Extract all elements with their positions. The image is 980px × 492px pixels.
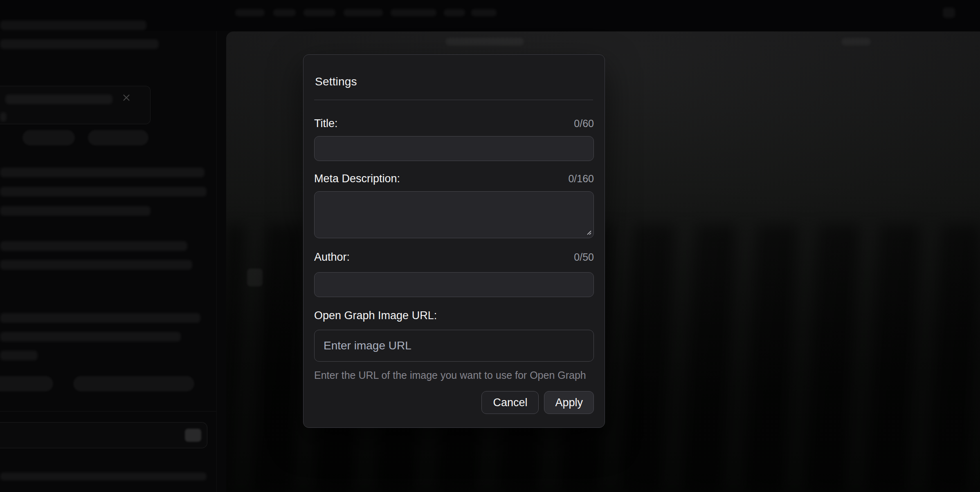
meta-description-textarea[interactable] — [314, 191, 594, 238]
dimmed-text-line — [0, 260, 192, 270]
dimmed-toolbar-item — [303, 9, 335, 16]
dimmed-attachment-card — [0, 86, 151, 124]
title-field-row: Title: 0/60 — [314, 116, 594, 130]
cancel-button[interactable]: Cancel — [481, 391, 539, 414]
app-screen: { "dialog": { "title": "Settings", "fiel… — [0, 0, 980, 492]
meta-description-label: Meta Description: — [314, 172, 400, 186]
dialog-header-divider — [314, 100, 593, 100]
dimmed-close-icon — [122, 94, 130, 102]
dimmed-text-line — [0, 313, 200, 323]
dimmed-toolbar-item — [273, 9, 296, 16]
dimmed-text-line — [0, 472, 207, 481]
dimmed-feedback-button — [0, 376, 53, 391]
dimmed-text-line — [0, 332, 181, 342]
dialog-actions: Cancel Apply — [314, 391, 594, 414]
dimmed-panel-divider — [216, 31, 217, 492]
dimmed-send-button — [185, 429, 201, 442]
dimmed-text-line — [0, 187, 207, 197]
title-char-counter: 0/60 — [574, 118, 594, 130]
dimmed-text-line — [0, 20, 146, 30]
dimmed-top-toolbar — [0, 0, 980, 31]
meta-description-char-counter: 0/160 — [568, 173, 594, 185]
dimmed-retouch-button — [22, 130, 75, 145]
meta-description-field-row: Meta Description: 0/160 — [314, 172, 594, 186]
og-image-label: Open Graph Image URL: — [314, 309, 437, 322]
title-input[interactable] — [314, 136, 594, 161]
dimmed-text-line — [0, 241, 187, 251]
dimmed-text-line — [0, 112, 7, 122]
dimmed-toolbar-item — [391, 9, 436, 16]
dimmed-toolbar-item — [235, 9, 265, 16]
textarea-resize-handle-icon[interactable] — [584, 228, 592, 235]
dimmed-settings-icon — [943, 7, 955, 18]
apply-button[interactable]: Apply — [544, 391, 594, 414]
dimmed-text-line — [0, 206, 151, 216]
author-label: Author: — [314, 250, 350, 264]
og-image-helper-text: Enter the URL of the image you want to u… — [314, 369, 594, 381]
author-field-row: Author: 0/50 — [314, 250, 594, 264]
settings-dialog: Settings Title: 0/60 Meta Description: 0… — [303, 54, 605, 428]
dimmed-text-line — [0, 39, 159, 49]
dimmed-toolbar-item — [444, 9, 465, 16]
author-char-counter: 0/50 — [574, 251, 594, 263]
dimmed-text-line — [0, 168, 205, 177]
dimmed-preview-button — [88, 130, 148, 145]
dimmed-text-line — [0, 351, 38, 360]
dimmed-divider — [0, 411, 216, 411]
dimmed-toolbar-item — [471, 9, 497, 16]
dimmed-manage-knowledge-button — [73, 376, 194, 391]
dimmed-text-line — [5, 94, 112, 104]
author-input[interactable] — [314, 272, 594, 297]
og-image-field-row: Open Graph Image URL: — [314, 309, 594, 322]
title-label: Title: — [314, 116, 338, 130]
dialog-title: Settings — [315, 74, 605, 89]
og-image-url-input[interactable] — [314, 330, 594, 362]
dimmed-toolbar-item — [344, 9, 383, 16]
dimmed-chat-input — [0, 422, 207, 448]
dimmed-pane-button — [247, 268, 263, 286]
